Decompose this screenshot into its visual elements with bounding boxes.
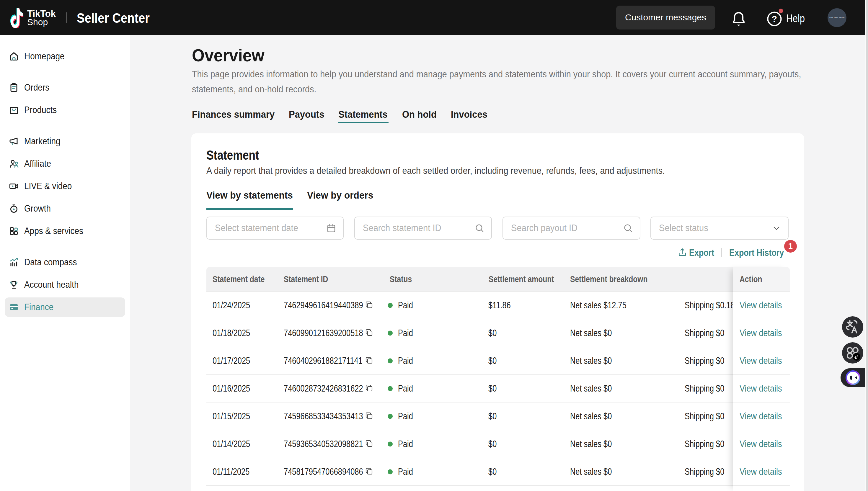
svg-text:?: ?: [772, 14, 777, 24]
